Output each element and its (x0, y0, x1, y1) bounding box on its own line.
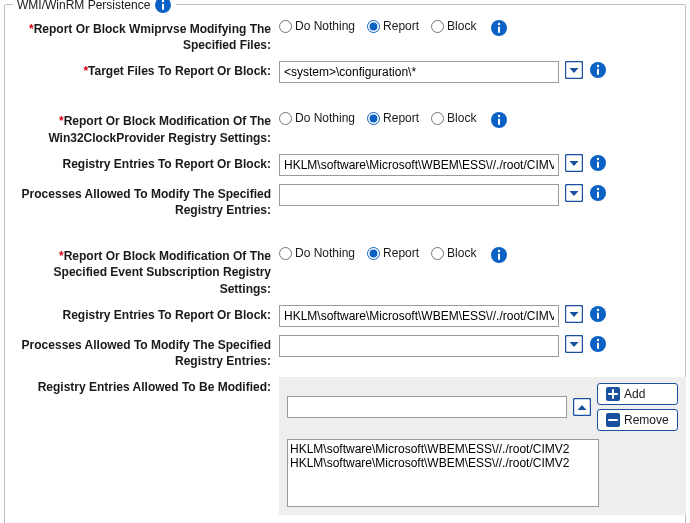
s3-proc-input[interactable] (279, 335, 559, 357)
s1-action-row: *Report Or Block Wmiprvse Modifying The … (11, 19, 679, 53)
s3-proc-row: Processes Allowed To Modify The Specifie… (11, 335, 679, 369)
dropdown-icon[interactable] (565, 61, 583, 79)
info-icon[interactable] (490, 19, 508, 37)
s3-allowed-label: Registry Entries Allowed To Be Modified: (11, 377, 271, 395)
s1-radio-do-nothing[interactable]: Do Nothing (279, 19, 355, 33)
s3-radio-do-nothing[interactable]: Do Nothing (279, 246, 355, 260)
s3-reg-row: Registry Entries To Report Or Block: (11, 305, 679, 327)
s3-allowed-list[interactable] (287, 439, 599, 507)
s2-proc-input[interactable] (279, 184, 559, 206)
s1-label: *Report Or Block Wmiprvse Modifying The … (11, 19, 271, 53)
s3-allowed-group: Add Remove (279, 377, 686, 515)
s2-label: *Report Or Block Modification Of The Win… (11, 111, 271, 145)
s3-allowed-row: Registry Entries Allowed To Be Modified:… (11, 377, 679, 515)
info-icon[interactable] (589, 184, 607, 202)
wmi-winrm-persistence-panel: WMI/WinRM Persistence *Report Or Block W… (4, 4, 686, 523)
s3-proc-label: Processes Allowed To Modify The Specifie… (11, 335, 271, 369)
s2-radio-report[interactable]: Report (367, 111, 419, 125)
panel-title: WMI/WinRM Persistence (17, 0, 150, 12)
s2-reg-row: Registry Entries To Report Or Block: (11, 154, 679, 176)
s2-radio-do-nothing[interactable]: Do Nothing (279, 111, 355, 125)
s3-reg-label: Registry Entries To Report Or Block: (11, 305, 271, 323)
minus-icon (606, 413, 620, 427)
dropdown-icon[interactable] (565, 184, 583, 202)
s2-reg-input[interactable] (279, 154, 559, 176)
info-icon[interactable] (589, 305, 607, 323)
plus-icon (606, 387, 620, 401)
s3-radio-block[interactable]: Block (431, 246, 476, 260)
s2-radio-block[interactable]: Block (431, 111, 476, 125)
s3-label: *Report Or Block Modification Of The Spe… (11, 246, 271, 297)
dropdown-icon[interactable] (565, 335, 583, 353)
panel-legend: WMI/WinRM Persistence (13, 0, 176, 14)
s2-proc-row: Processes Allowed To Modify The Specifie… (11, 184, 679, 218)
s3-radio-group: Do Nothing Report Block (279, 246, 484, 260)
s1-radio-group: Do Nothing Report Block (279, 19, 484, 33)
info-icon[interactable] (490, 246, 508, 264)
s2-proc-label: Processes Allowed To Modify The Specifie… (11, 184, 271, 218)
s1-target-input[interactable] (279, 61, 559, 83)
s3-allowed-input[interactable] (287, 396, 567, 418)
s3-action-row: *Report Or Block Modification Of The Spe… (11, 246, 679, 297)
info-icon[interactable] (154, 0, 172, 14)
s1-radio-block[interactable]: Block (431, 19, 476, 33)
s2-action-row: *Report Or Block Modification Of The Win… (11, 111, 679, 145)
s3-reg-input[interactable] (279, 305, 559, 327)
remove-button[interactable]: Remove (597, 409, 678, 431)
s2-reg-label: Registry Entries To Report Or Block: (11, 154, 271, 172)
s3-radio-report[interactable]: Report (367, 246, 419, 260)
info-icon[interactable] (589, 61, 607, 79)
dropdown-icon[interactable] (565, 154, 583, 172)
info-icon[interactable] (490, 111, 508, 129)
add-button[interactable]: Add (597, 383, 678, 405)
info-icon[interactable] (589, 335, 607, 353)
dropdown-icon[interactable] (565, 305, 583, 323)
s1-target-row: *Target Files To Report Or Block: (11, 61, 679, 83)
collapse-icon[interactable] (573, 398, 591, 416)
s1-target-label: *Target Files To Report Or Block: (11, 61, 271, 79)
info-icon[interactable] (589, 154, 607, 172)
s2-radio-group: Do Nothing Report Block (279, 111, 484, 125)
s1-radio-report[interactable]: Report (367, 19, 419, 33)
